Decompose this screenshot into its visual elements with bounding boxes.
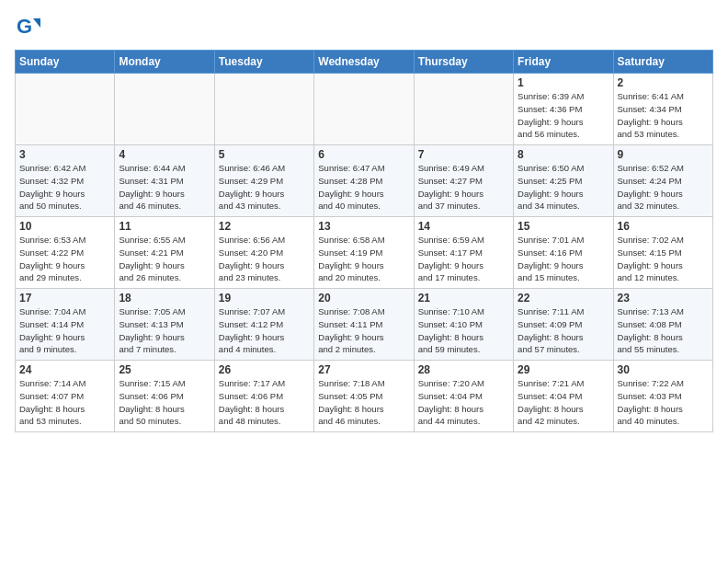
day-info: Sunrise: 7:13 AM Sunset: 4:08 PM Dayligh… bbox=[618, 305, 709, 356]
day-info: Sunrise: 7:01 AM Sunset: 4:16 PM Dayligh… bbox=[518, 234, 609, 284]
calendar-week-row: 1Sunrise: 6:39 AM Sunset: 4:36 PM Daylig… bbox=[16, 74, 713, 145]
calendar-cell bbox=[314, 74, 414, 145]
calendar-cell bbox=[115, 74, 214, 145]
calendar-cell: 21Sunrise: 7:10 AM Sunset: 4:10 PM Dayli… bbox=[414, 289, 513, 361]
calendar-cell: 6Sunrise: 6:47 AM Sunset: 4:28 PM Daylig… bbox=[314, 145, 414, 217]
calendar-col-monday: Monday bbox=[115, 51, 214, 74]
day-info: Sunrise: 7:14 AM Sunset: 4:07 PM Dayligh… bbox=[19, 377, 110, 428]
day-number: 24 bbox=[19, 363, 110, 376]
day-number: 11 bbox=[119, 220, 210, 233]
day-info: Sunrise: 7:05 AM Sunset: 4:13 PM Dayligh… bbox=[119, 305, 210, 356]
day-number: 20 bbox=[318, 292, 409, 304]
day-number: 1 bbox=[518, 76, 609, 89]
calendar-cell: 28Sunrise: 7:20 AM Sunset: 4:04 PM Dayli… bbox=[414, 361, 513, 432]
calendar-cell: 24Sunrise: 7:14 AM Sunset: 4:07 PM Dayli… bbox=[16, 361, 115, 432]
day-info: Sunrise: 6:39 AM Sunset: 4:36 PM Dayligh… bbox=[518, 90, 609, 141]
calendar-week-row: 3Sunrise: 6:42 AM Sunset: 4:32 PM Daylig… bbox=[16, 145, 713, 217]
day-info: Sunrise: 7:02 AM Sunset: 4:15 PM Dayligh… bbox=[618, 234, 709, 284]
calendar-cell: 18Sunrise: 7:05 AM Sunset: 4:13 PM Dayli… bbox=[115, 289, 214, 361]
day-number: 28 bbox=[418, 363, 509, 376]
day-number: 6 bbox=[318, 148, 409, 161]
day-number: 2 bbox=[618, 76, 709, 89]
day-number: 25 bbox=[119, 363, 210, 376]
calendar-header-row: SundayMondayTuesdayWednesdayThursdayFrid… bbox=[16, 51, 713, 74]
calendar-cell: 12Sunrise: 6:56 AM Sunset: 4:20 PM Dayli… bbox=[214, 217, 313, 289]
day-info: Sunrise: 6:49 AM Sunset: 4:27 PM Dayligh… bbox=[418, 162, 509, 213]
day-number: 22 bbox=[518, 292, 609, 304]
day-number: 8 bbox=[518, 148, 609, 161]
day-number: 5 bbox=[219, 148, 310, 161]
calendar-col-wednesday: Wednesday bbox=[314, 51, 414, 74]
calendar-week-row: 24Sunrise: 7:14 AM Sunset: 4:07 PM Dayli… bbox=[16, 361, 713, 432]
calendar-cell: 30Sunrise: 7:22 AM Sunset: 4:03 PM Dayli… bbox=[613, 361, 712, 432]
calendar-cell: 19Sunrise: 7:07 AM Sunset: 4:12 PM Dayli… bbox=[214, 289, 313, 361]
svg-marker-1 bbox=[33, 18, 40, 28]
day-info: Sunrise: 7:04 AM Sunset: 4:14 PM Dayligh… bbox=[19, 305, 110, 356]
day-number: 29 bbox=[518, 363, 609, 376]
calendar-cell: 17Sunrise: 7:04 AM Sunset: 4:14 PM Dayli… bbox=[16, 289, 115, 361]
calendar-cell: 15Sunrise: 7:01 AM Sunset: 4:16 PM Dayli… bbox=[514, 217, 613, 289]
calendar-cell bbox=[16, 74, 115, 145]
day-number: 26 bbox=[219, 363, 310, 376]
day-info: Sunrise: 6:42 AM Sunset: 4:32 PM Dayligh… bbox=[19, 162, 110, 213]
day-info: Sunrise: 7:22 AM Sunset: 4:03 PM Dayligh… bbox=[618, 377, 709, 428]
calendar-table: SundayMondayTuesdayWednesdayThursdayFrid… bbox=[15, 50, 713, 432]
calendar-cell: 10Sunrise: 6:53 AM Sunset: 4:22 PM Dayli… bbox=[16, 217, 115, 289]
day-info: Sunrise: 6:56 AM Sunset: 4:20 PM Dayligh… bbox=[219, 234, 310, 284]
calendar-cell bbox=[414, 74, 513, 145]
day-number: 30 bbox=[618, 363, 709, 376]
day-number: 27 bbox=[318, 363, 409, 376]
calendar-col-friday: Friday bbox=[514, 51, 613, 74]
day-number: 17 bbox=[19, 292, 110, 304]
day-number: 14 bbox=[418, 220, 509, 233]
day-info: Sunrise: 7:18 AM Sunset: 4:05 PM Dayligh… bbox=[318, 377, 409, 428]
calendar-cell: 1Sunrise: 6:39 AM Sunset: 4:36 PM Daylig… bbox=[514, 74, 613, 145]
day-info: Sunrise: 7:11 AM Sunset: 4:09 PM Dayligh… bbox=[518, 305, 609, 356]
calendar-cell: 9Sunrise: 6:52 AM Sunset: 4:24 PM Daylig… bbox=[613, 145, 712, 217]
calendar-cell: 13Sunrise: 6:58 AM Sunset: 4:19 PM Dayli… bbox=[314, 217, 414, 289]
page-header: G bbox=[15, 15, 713, 40]
day-info: Sunrise: 6:41 AM Sunset: 4:34 PM Dayligh… bbox=[618, 90, 709, 141]
svg-text:G: G bbox=[17, 15, 32, 38]
day-info: Sunrise: 6:55 AM Sunset: 4:21 PM Dayligh… bbox=[119, 234, 210, 284]
day-info: Sunrise: 6:50 AM Sunset: 4:25 PM Dayligh… bbox=[518, 162, 609, 213]
calendar-cell: 2Sunrise: 6:41 AM Sunset: 4:34 PM Daylig… bbox=[613, 74, 712, 145]
calendar-week-row: 10Sunrise: 6:53 AM Sunset: 4:22 PM Dayli… bbox=[16, 217, 713, 289]
day-number: 16 bbox=[618, 220, 709, 233]
day-info: Sunrise: 7:15 AM Sunset: 4:06 PM Dayligh… bbox=[119, 377, 210, 428]
calendar-col-tuesday: Tuesday bbox=[214, 51, 313, 74]
day-number: 7 bbox=[418, 148, 509, 161]
day-info: Sunrise: 6:47 AM Sunset: 4:28 PM Dayligh… bbox=[318, 162, 409, 213]
day-number: 12 bbox=[219, 220, 310, 233]
calendar-cell: 14Sunrise: 6:59 AM Sunset: 4:17 PM Dayli… bbox=[414, 217, 513, 289]
calendar-col-saturday: Saturday bbox=[613, 51, 712, 74]
calendar-cell: 5Sunrise: 6:46 AM Sunset: 4:29 PM Daylig… bbox=[214, 145, 313, 217]
calendar-col-sunday: Sunday bbox=[16, 51, 115, 74]
day-info: Sunrise: 6:52 AM Sunset: 4:24 PM Dayligh… bbox=[618, 162, 709, 213]
logo-icon: G bbox=[15, 15, 40, 40]
calendar-cell: 29Sunrise: 7:21 AM Sunset: 4:04 PM Dayli… bbox=[514, 361, 613, 432]
day-info: Sunrise: 6:59 AM Sunset: 4:17 PM Dayligh… bbox=[418, 234, 509, 284]
calendar-cell: 26Sunrise: 7:17 AM Sunset: 4:06 PM Dayli… bbox=[214, 361, 313, 432]
calendar-cell: 27Sunrise: 7:18 AM Sunset: 4:05 PM Dayli… bbox=[314, 361, 414, 432]
day-number: 19 bbox=[219, 292, 310, 304]
calendar-col-thursday: Thursday bbox=[414, 51, 513, 74]
day-number: 13 bbox=[318, 220, 409, 233]
day-number: 9 bbox=[618, 148, 709, 161]
calendar-cell: 16Sunrise: 7:02 AM Sunset: 4:15 PM Dayli… bbox=[613, 217, 712, 289]
day-info: Sunrise: 7:07 AM Sunset: 4:12 PM Dayligh… bbox=[219, 305, 310, 356]
calendar-cell: 25Sunrise: 7:15 AM Sunset: 4:06 PM Dayli… bbox=[115, 361, 214, 432]
calendar-cell: 7Sunrise: 6:49 AM Sunset: 4:27 PM Daylig… bbox=[414, 145, 513, 217]
day-number: 15 bbox=[518, 220, 609, 233]
calendar-cell: 4Sunrise: 6:44 AM Sunset: 4:31 PM Daylig… bbox=[115, 145, 214, 217]
day-number: 18 bbox=[119, 292, 210, 304]
day-info: Sunrise: 7:10 AM Sunset: 4:10 PM Dayligh… bbox=[418, 305, 509, 356]
calendar-cell: 23Sunrise: 7:13 AM Sunset: 4:08 PM Dayli… bbox=[613, 289, 712, 361]
day-info: Sunrise: 6:46 AM Sunset: 4:29 PM Dayligh… bbox=[219, 162, 310, 213]
day-info: Sunrise: 6:44 AM Sunset: 4:31 PM Dayligh… bbox=[119, 162, 210, 213]
day-number: 23 bbox=[618, 292, 709, 304]
calendar-cell: 8Sunrise: 6:50 AM Sunset: 4:25 PM Daylig… bbox=[514, 145, 613, 217]
calendar-cell: 11Sunrise: 6:55 AM Sunset: 4:21 PM Dayli… bbox=[115, 217, 214, 289]
day-number: 10 bbox=[19, 220, 110, 233]
calendar-cell: 22Sunrise: 7:11 AM Sunset: 4:09 PM Dayli… bbox=[514, 289, 613, 361]
